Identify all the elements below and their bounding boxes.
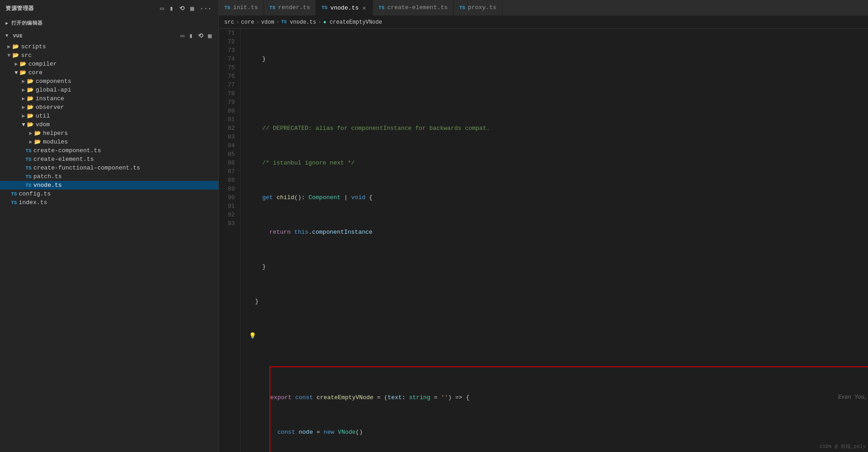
line-num-80: 80 xyxy=(222,107,235,115)
tab-vnode-close[interactable]: ✕ xyxy=(362,4,367,12)
init-ts-tab-icon: TS xyxy=(224,5,230,10)
git-blame-text: Evan You, 17 xyxy=(838,393,868,402)
line-num-78: 78 xyxy=(222,89,235,98)
sidebar-item-components[interactable]: ▶ 📂 components xyxy=(0,77,218,86)
sidebar-item-helpers[interactable]: ▶ 📂 helpers xyxy=(0,129,218,138)
sidebar-item-create-element[interactable]: TS create-element.ts xyxy=(0,155,218,164)
code-content: } // DEPRECATED: alias for componentInst… xyxy=(241,29,868,452)
global-api-chevron-icon: ▶ xyxy=(22,87,25,93)
sidebar-item-scripts[interactable]: ▶ 📂 scripts xyxy=(0,42,218,51)
proxy-ts-tab-icon: TS xyxy=(459,5,465,10)
code-line-74: /* istanbul ignore next */ xyxy=(248,159,868,167)
config-label: config.ts xyxy=(19,190,51,197)
lightbulb-icon: 💡 xyxy=(249,332,256,340)
refresh-icon[interactable]: ⟲ xyxy=(178,4,186,13)
core-chevron-icon: ▼ xyxy=(15,70,18,76)
helpers-label: helpers xyxy=(43,130,68,137)
create-element-ts-icon: TS xyxy=(26,157,31,162)
code-line-73: // DEPRECATED: alias for componentInstan… xyxy=(248,124,868,133)
code-line-81: const node = new VNode() xyxy=(270,428,868,437)
sidebar-item-vnode[interactable]: TS vnode.ts xyxy=(0,181,218,190)
new-folder-icon[interactable]: ▮ xyxy=(169,4,175,13)
collapse-icon[interactable]: ▦ xyxy=(189,4,195,13)
observer-label: observer xyxy=(36,104,64,111)
sidebar-item-global-api[interactable]: ▶ 📂 global-api xyxy=(0,86,218,94)
sidebar-item-create-functional[interactable]: TS create-functional-component.ts xyxy=(0,164,218,172)
code-line-76: return this.componentInstance xyxy=(248,228,868,236)
sidebar-item-patch[interactable]: TS patch.ts xyxy=(0,172,218,181)
config-ts-icon: TS xyxy=(11,191,17,197)
core-label: core xyxy=(28,69,42,76)
sidebar-item-modules[interactable]: ▶ 📂 modules xyxy=(0,138,218,146)
vue-chevron-icon: ▼ xyxy=(5,33,9,38)
vue-section-left: ▼ VUE xyxy=(5,33,23,39)
breadcrumb-core[interactable]: core xyxy=(241,19,254,26)
sidebar-item-config[interactable]: TS config.ts xyxy=(0,190,218,198)
new-file-vue-icon[interactable]: ▭ xyxy=(180,31,186,41)
tab-create-element[interactable]: TS create-element.ts xyxy=(373,0,454,15)
line-num-77: 77 xyxy=(222,81,235,89)
breadcrumb-vnode-file[interactable]: TSvnode.ts xyxy=(281,19,316,26)
open-editors-header[interactable]: ▶ 打开的编辑器 xyxy=(0,19,218,27)
line-num-75: 75 xyxy=(222,63,235,72)
line-numbers: 71 72 73 74 75 76 77 78 79 80 81 82 83 8… xyxy=(219,29,241,452)
patch-ts-icon: TS xyxy=(26,174,31,180)
sidebar-item-core[interactable]: ▼ 📂 core xyxy=(0,68,218,77)
breadcrumb-src[interactable]: src xyxy=(224,19,234,26)
new-file-icon[interactable]: ▭ xyxy=(159,4,165,13)
line-num-73: 73 xyxy=(222,46,235,55)
tab-proxy[interactable]: TS proxy.ts xyxy=(454,0,502,15)
editor-area: TS init.ts TS render.ts TS vnode.ts ✕ TS… xyxy=(219,0,868,452)
code-line-72 xyxy=(248,89,868,98)
modules-label: modules xyxy=(43,139,68,145)
line-num-84: 84 xyxy=(222,141,235,150)
breadcrumb-func[interactable]: ●createEmptyVNode xyxy=(323,19,382,26)
sidebar-item-compiler[interactable]: ▶ 📂 compiler xyxy=(0,60,218,68)
breadcrumb-sep4: › xyxy=(318,19,321,26)
tab-init[interactable]: TS init.ts xyxy=(219,0,264,15)
code-line-71: } xyxy=(248,55,868,63)
sidebar-item-vdom[interactable]: ▼ 📂 vdom xyxy=(0,120,218,129)
refresh-vue-icon[interactable]: ⟲ xyxy=(197,31,205,41)
code-line-75: get child(): Component | void { xyxy=(248,193,868,202)
collapse-vue-icon[interactable]: ▦ xyxy=(207,31,213,41)
compiler-label: compiler xyxy=(28,61,57,67)
sidebar-item-instance[interactable]: ▶ 📂 instance xyxy=(0,94,218,103)
line-num-91: 91 xyxy=(222,202,235,211)
create-component-ts-icon: TS xyxy=(26,148,31,154)
sidebar-item-observer[interactable]: ▶ 📂 observer xyxy=(0,103,218,112)
vue-section-icons: ▭ ▮ ⟲ ▦ xyxy=(180,31,213,41)
instance-chevron-icon: ▶ xyxy=(22,95,25,102)
line-num-92: 92 xyxy=(222,211,235,219)
sidebar: 资源管理器 ▭ ▮ ⟲ ▦ ··· ▶ 打开的编辑器 ▼ VUE ▭ ▮ ⟲ xyxy=(0,0,219,452)
tab-proxy-label: proxy.ts xyxy=(468,4,496,11)
sidebar-item-create-component[interactable]: TS create-component.ts xyxy=(0,146,218,155)
tab-init-label: init.ts xyxy=(233,4,258,11)
code-area[interactable]: 71 72 73 74 75 76 77 78 79 80 81 82 83 8… xyxy=(219,29,868,452)
core-folder-icon: 📂 xyxy=(20,69,26,76)
tab-render[interactable]: TS render.ts xyxy=(264,0,316,15)
line-num-76: 76 xyxy=(222,72,235,81)
tab-render-label: render.ts xyxy=(278,4,310,11)
sidebar-item-index[interactable]: TS index.ts xyxy=(0,198,218,207)
watermark: CSDN @ 前端_poly xyxy=(820,443,866,450)
helpers-chevron-icon: ▶ xyxy=(29,130,32,137)
file-tree: ▼ VUE ▭ ▮ ⟲ ▦ ▶ 📂 scripts ▼ 📂 src ▶ 📂 xyxy=(0,29,218,452)
sidebar-item-util[interactable]: ▶ 📂 util xyxy=(0,112,218,120)
scripts-folder-icon: 📂 xyxy=(12,43,19,50)
vue-section-header[interactable]: ▼ VUE ▭ ▮ ⟲ ▦ xyxy=(0,29,218,42)
sidebar-header-icons: ▭ ▮ ⟲ ▦ ··· xyxy=(159,4,213,13)
new-folder-vue-icon[interactable]: ▮ xyxy=(188,31,194,41)
code-line-80: export const createEmptyVNode = (text: s… xyxy=(270,393,868,402)
more-icon[interactable]: ··· xyxy=(199,4,213,13)
util-folder-icon: 📂 xyxy=(27,113,34,119)
breadcrumb: src › core › vdom › TSvnode.ts › ●create… xyxy=(219,16,868,29)
tab-vnode[interactable]: TS vnode.ts ✕ xyxy=(316,0,373,15)
scripts-label: scripts xyxy=(21,43,46,50)
line-num-90: 90 xyxy=(222,193,235,202)
components-chevron-icon: ▶ xyxy=(22,78,25,85)
breadcrumb-vdom[interactable]: vdom xyxy=(261,19,274,26)
line-num-71: 71 xyxy=(222,29,235,37)
breadcrumb-sep1: › xyxy=(236,19,239,26)
sidebar-item-src[interactable]: ▼ 📂 src xyxy=(0,51,218,60)
